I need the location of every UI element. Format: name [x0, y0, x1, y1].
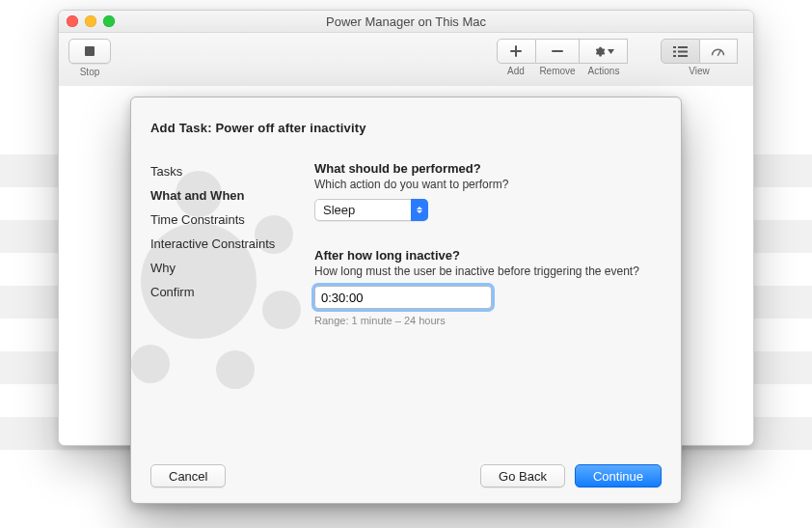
add-label: Add [497, 66, 535, 76]
add-button[interactable] [497, 39, 536, 64]
wizard-nav: Tasks What and When Time Constraints Int… [150, 159, 295, 304]
svg-point-12 [131, 345, 170, 383]
duration-input[interactable] [314, 286, 492, 309]
add-task-sheet: Add Task: Power off after inactivity Tas… [130, 97, 682, 504]
perform-hint: Which action do you want to perform? [314, 178, 662, 191]
stop-label: Stop [68, 67, 111, 77]
inactive-hint: How long must the user be inactive befor… [314, 264, 662, 278]
continue-button[interactable]: Continue [575, 464, 662, 487]
view-label: View [661, 66, 738, 76]
close-window-button[interactable] [67, 15, 78, 27]
nav-tasks[interactable]: Tasks [150, 159, 295, 183]
gauge-icon [711, 46, 725, 57]
stop-button[interactable] [68, 39, 111, 64]
toolbar: Stop [59, 33, 753, 88]
duration-range: Range: 1 minute – 24 hours [314, 315, 662, 326]
nav-why[interactable]: Why [150, 256, 295, 280]
chevron-updown-icon [411, 199, 428, 221]
plus-icon [510, 45, 522, 57]
svg-rect-4 [678, 50, 688, 52]
remove-button[interactable] [536, 39, 581, 64]
actions-button[interactable] [580, 39, 628, 64]
perform-heading: What should be performed? [314, 161, 662, 176]
minus-icon [552, 45, 563, 57]
sheet-title: Add Task: Power off after inactivity [150, 121, 366, 135]
actions-label: Actions [580, 66, 628, 76]
action-select[interactable]: Sleep [314, 199, 428, 221]
remove-label: Remove [535, 66, 580, 76]
svg-rect-6 [678, 55, 688, 57]
svg-rect-3 [673, 50, 676, 52]
svg-rect-5 [673, 55, 676, 57]
view-gauge-button[interactable] [700, 39, 739, 64]
minimize-window-button[interactable] [85, 15, 96, 27]
wizard-content: What should be performed? Which action d… [314, 157, 662, 326]
svg-rect-1 [673, 46, 676, 48]
zoom-window-button[interactable] [103, 15, 115, 27]
nav-what-and-when[interactable]: What and When [150, 183, 295, 208]
gear-icon [593, 45, 614, 58]
titlebar[interactable]: Power Manager on This Mac [59, 11, 753, 33]
nav-confirm[interactable]: Confirm [150, 280, 295, 304]
svg-point-11 [216, 350, 255, 389]
nav-time-constraints[interactable]: Time Constraints [150, 208, 295, 232]
svg-rect-0 [85, 46, 95, 56]
sheet-buttons: Cancel Go Back Continue [150, 464, 662, 487]
list-icon [673, 46, 688, 57]
view-list-button[interactable] [661, 39, 700, 64]
stop-icon [84, 45, 95, 57]
go-back-button[interactable]: Go Back [480, 464, 565, 487]
inactive-heading: After how long inactive? [314, 248, 662, 263]
nav-interactive-constraints[interactable]: Interactive Constraints [150, 232, 295, 256]
window-title: Power Manager on This Mac [59, 14, 753, 29]
cancel-button[interactable]: Cancel [150, 464, 226, 487]
svg-rect-2 [678, 46, 688, 48]
window-controls [67, 15, 115, 27]
